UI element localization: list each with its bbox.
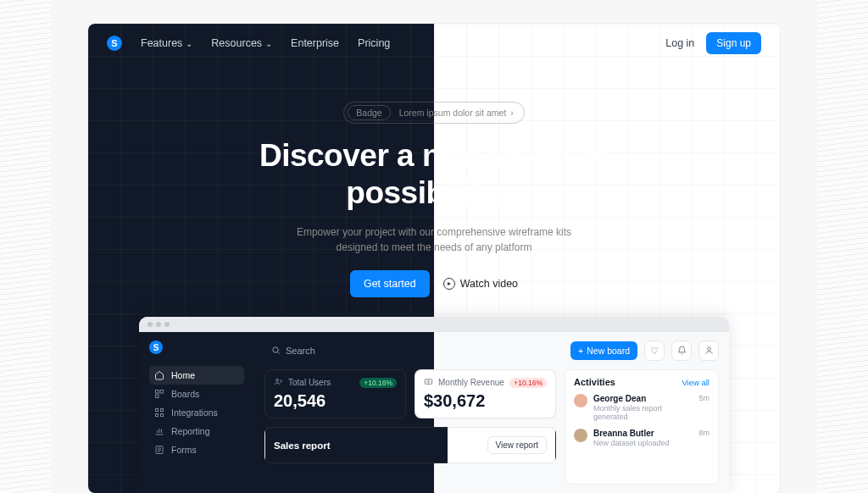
watch-video-label: Watch video	[460, 278, 518, 290]
search-placeholder: Search	[286, 346, 315, 356]
svg-rect-4	[161, 409, 164, 412]
badge-text: Lorem ipsum dolor sit amet ›	[399, 108, 520, 118]
svg-rect-3	[156, 409, 159, 412]
view-report-button[interactable]: View report	[487, 436, 547, 454]
new-board-button[interactable]: + New board	[570, 341, 637, 360]
sidebar-label: Forms	[171, 445, 197, 455]
home-icon	[154, 370, 164, 380]
stat-label: Total Users	[288, 378, 331, 387]
stat-label: Monthly Revenue	[438, 378, 504, 387]
nav-features-label: Features	[141, 37, 182, 49]
window-dot	[147, 322, 153, 327]
logo[interactable]: S	[107, 36, 122, 51]
nav-pricing[interactable]: Pricing	[358, 37, 390, 49]
hero-sub-line2: designed to meet the needs of any platfo…	[337, 241, 532, 253]
activity-name: Breanna Butler	[593, 429, 693, 438]
hero-badge[interactable]: Badge Lorem ipsum dolor sit amet ›	[343, 102, 524, 124]
hero-title-line1: Discover a new world of	[259, 138, 609, 173]
integrations-icon	[154, 407, 164, 418]
search-input[interactable]: Search	[264, 341, 451, 361]
heart-icon: ♡	[650, 346, 659, 357]
hero-title: Discover a new world of possibilities	[88, 137, 780, 213]
svg-point-12	[428, 381, 430, 383]
svg-rect-2	[156, 395, 159, 398]
stat-value: 20,546	[274, 391, 397, 411]
profile-button[interactable]	[698, 341, 719, 361]
hero-title-line2: possibilities	[346, 175, 521, 210]
svg-point-8	[273, 346, 278, 352]
badge-text-label: Lorem ipsum dolor sit amet	[399, 108, 507, 118]
window-dot	[164, 322, 170, 327]
sidebar-label: Boards	[171, 389, 199, 399]
nav-features[interactable]: Features ⌄	[141, 37, 192, 49]
main-pane: Search + New board ♡	[254, 332, 729, 493]
stat-card-users: Total Users +10.16% 20,546	[264, 369, 406, 418]
forms-icon	[154, 445, 164, 455]
signup-button[interactable]: Sign up	[706, 32, 761, 54]
nav-enterprise-label: Enterprise	[291, 37, 339, 49]
activities-panel: Activities View all George Dean Monthly …	[565, 369, 719, 485]
notifications-button[interactable]	[671, 341, 692, 361]
sidebar-item-reporting[interactable]: Reporting	[149, 422, 244, 440]
activity-desc: Monthly sales report generated	[593, 404, 693, 421]
get-started-button[interactable]: Get started	[350, 270, 430, 297]
activity-item: George Dean Monthly sales report generat…	[574, 394, 709, 421]
nav-enterprise[interactable]: Enterprise	[291, 37, 339, 49]
user-icon	[704, 346, 714, 357]
stat-change-badge: +10.16%	[509, 378, 547, 388]
activity-time: 5m	[698, 394, 709, 402]
avatar	[574, 394, 587, 407]
svg-rect-0	[156, 391, 159, 394]
bell-icon	[677, 346, 687, 357]
sidebar-label: Reporting	[171, 426, 210, 436]
nav-resources[interactable]: Resources ⌄	[211, 37, 272, 49]
login-link[interactable]: Log in	[665, 37, 694, 49]
toolbar: Search + New board ♡	[264, 341, 719, 361]
play-icon	[443, 278, 455, 290]
svg-rect-5	[156, 414, 159, 417]
sidebar-item-home[interactable]: Home	[149, 366, 244, 385]
avatar	[574, 429, 587, 442]
sidebar-item-forms[interactable]: Forms	[149, 440, 244, 459]
activity-time: 8m	[698, 429, 709, 437]
favorite-button[interactable]: ♡	[644, 341, 665, 361]
stat-value: $30,672	[424, 391, 547, 411]
svg-rect-11	[425, 379, 431, 385]
hero-subtitle: Empower your project with our comprehens…	[88, 224, 780, 255]
boards-icon	[154, 389, 164, 399]
nav-pricing-label: Pricing	[358, 37, 390, 49]
sidebar: S Home Boards Integrations	[139, 332, 254, 493]
sidebar-logo[interactable]: S	[149, 341, 163, 354]
app-titlebar	[139, 317, 729, 332]
sidebar-item-integrations[interactable]: Integrations	[149, 403, 244, 422]
sidebar-item-boards[interactable]: Boards	[149, 385, 244, 403]
chevron-right-icon: ›	[510, 108, 513, 118]
chevron-down-icon: ⌄	[186, 39, 192, 48]
decorative-stripes-right	[817, 0, 868, 493]
window-dot	[156, 322, 161, 327]
hero: Badge Lorem ipsum dolor sit amet › Disco…	[88, 102, 780, 297]
activities-title: Activities	[574, 377, 615, 387]
activity-name: George Dean	[593, 394, 693, 403]
svg-point-9	[707, 346, 710, 350]
reporting-icon	[154, 426, 164, 436]
view-all-link[interactable]: View all	[682, 378, 709, 387]
sales-report-card: Sales report View report	[264, 427, 556, 463]
svg-point-10	[276, 379, 279, 381]
report-title: Sales report	[274, 440, 330, 451]
svg-rect-6	[161, 414, 164, 417]
stat-card-revenue: Monthly Revenue +10.16% $30,672	[415, 369, 556, 418]
search-icon	[271, 346, 281, 357]
hero-sub-line1: Empower your project with our comprehens…	[297, 226, 571, 238]
activity-desc: New dataset uploaded	[593, 439, 693, 447]
users-icon	[274, 377, 283, 388]
app-preview: S Home Boards Integrations	[139, 317, 729, 493]
top-nav: S Features ⌄ Resources ⌄ Enterprise Pric…	[88, 24, 780, 63]
chevron-down-icon: ⌄	[265, 39, 272, 48]
decorative-stripes-left	[0, 0, 51, 493]
sidebar-label: Integrations	[171, 407, 218, 418]
watch-video-button[interactable]: Watch video	[443, 278, 518, 290]
plus-icon: +	[578, 346, 583, 356]
revenue-icon	[424, 377, 433, 388]
sidebar-label: Home	[171, 370, 195, 380]
